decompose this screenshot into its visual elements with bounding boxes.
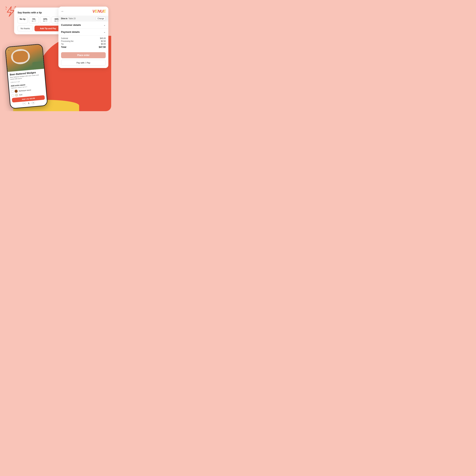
tip-label: Tip xyxy=(61,43,64,45)
tip-option-10[interactable]: 10% $4.77 xyxy=(40,17,50,23)
tip-row: Tip $0.00 xyxy=(61,43,106,45)
tip-option-notip-label: No tip xyxy=(18,18,27,20)
tip-dialog-header: Say thanks with a tip ✕ xyxy=(17,11,62,14)
tip-option-5[interactable]: 5% $2.77 xyxy=(29,17,39,23)
chevron-down-icon: ⌄ xyxy=(103,23,106,26)
bbq-checkbox[interactable] xyxy=(11,90,14,93)
tip-options-group: No tip 5% $2.77 10% $4.77 15% $6.77 xyxy=(17,17,62,23)
total-row: Total $47.50 xyxy=(61,46,106,49)
processing-fee-value: $2.50 xyxy=(101,40,106,42)
tip-option-notip[interactable]: No tip xyxy=(17,17,28,23)
no-thanks-button[interactable]: No thanks xyxy=(17,26,33,31)
tip-option-5-label: 5% xyxy=(30,18,38,20)
table-label: Table 23 xyxy=(68,17,76,20)
place-order-button[interactable]: Place order xyxy=(61,52,106,58)
subtotal-label: Subtotal xyxy=(61,37,68,39)
apple-pay-label: Pay xyxy=(87,62,90,64)
food-chips-decoration xyxy=(12,50,28,63)
phone-screen: ← Beer-Battered Wedges Beer-battered wed… xyxy=(5,44,47,108)
venue-totals: Subtotal $45.00 Processing fee $2.50 Tip… xyxy=(58,35,108,50)
total-label: Total xyxy=(61,46,66,49)
aioli-sauce-label: Aioli xyxy=(19,94,22,96)
apple-pay-button[interactable]: Pay with  Pay xyxy=(61,60,106,66)
tip-value: $0.00 xyxy=(101,43,106,45)
processing-fee-row: Processing fee $2.50 xyxy=(61,40,106,42)
total-value: $47.50 xyxy=(99,46,106,49)
phone-content-area: Beer-Battered Wedges Beer-battered wedge… xyxy=(8,69,47,100)
dine-label: Dine-in xyxy=(61,17,68,20)
change-button[interactable]: Change xyxy=(96,17,106,20)
venue-card: ← VENUE Dine-in Table 23 Change Customer… xyxy=(58,7,108,68)
tip-option-5-amount: $2.77 xyxy=(30,20,38,22)
food-bowl-decoration xyxy=(10,48,31,65)
customer-details-title: Customer details xyxy=(61,24,81,26)
payment-details-title: Payment details xyxy=(61,31,80,33)
phone-mockup: ← Beer-Battered Wedges Beer-battered wed… xyxy=(5,44,48,109)
bbq-sauce-icon xyxy=(15,89,18,93)
tip-option-10-amount: $4.77 xyxy=(41,20,49,22)
customer-details-section[interactable]: Customer details ⌄ xyxy=(58,21,108,28)
quantity-value: 1 xyxy=(28,102,29,104)
apple-icon:  xyxy=(85,61,86,64)
main-container: Say thanks with a tip ✕ No tip 5% $2.77 … xyxy=(2,2,111,111)
tip-dialog: Say thanks with a tip ✕ No tip 5% $2.77 … xyxy=(14,8,65,34)
venue-dine-bar: Dine-in Table 23 Change xyxy=(58,16,108,21)
back-icon[interactable]: ← xyxy=(61,10,64,13)
aioli-checkbox[interactable] xyxy=(12,94,14,97)
subtotal-row: Subtotal $45.00 xyxy=(61,37,106,39)
tip-dialog-title: Say thanks with a tip xyxy=(17,11,42,14)
venue-card-header: ← VENUE xyxy=(58,7,108,16)
table-decoration xyxy=(32,61,44,70)
phone-food-image xyxy=(5,44,44,72)
tip-option-10-label: 10% xyxy=(41,18,49,20)
bbq-sauce-label: Barbeque sauce xyxy=(19,89,31,92)
svg-line-3 xyxy=(6,7,7,8)
quantity-plus-button[interactable]: + xyxy=(32,101,35,105)
phone-back-icon[interactable]: ← xyxy=(8,49,10,52)
quantity-minus-button[interactable]: − xyxy=(22,102,26,105)
venue-dine-text: Dine-in Table 23 xyxy=(61,17,76,20)
svg-line-0 xyxy=(15,6,16,7)
subtotal-value: $45.00 xyxy=(100,37,106,39)
add-tip-pay-button[interactable]: Add Tip and Pay xyxy=(34,26,62,31)
aioli-sauce-icon xyxy=(15,93,18,97)
tip-actions: No thanks Add Tip and Pay xyxy=(17,26,62,31)
payment-details-section[interactable]: Payment details ⌄ xyxy=(58,28,108,35)
processing-fee-label: Processing fee xyxy=(61,40,73,42)
venue-logo: VENUE xyxy=(92,9,106,14)
chevron-down-icon-2: ⌄ xyxy=(103,30,106,33)
pay-with-label: Pay with xyxy=(77,62,85,64)
